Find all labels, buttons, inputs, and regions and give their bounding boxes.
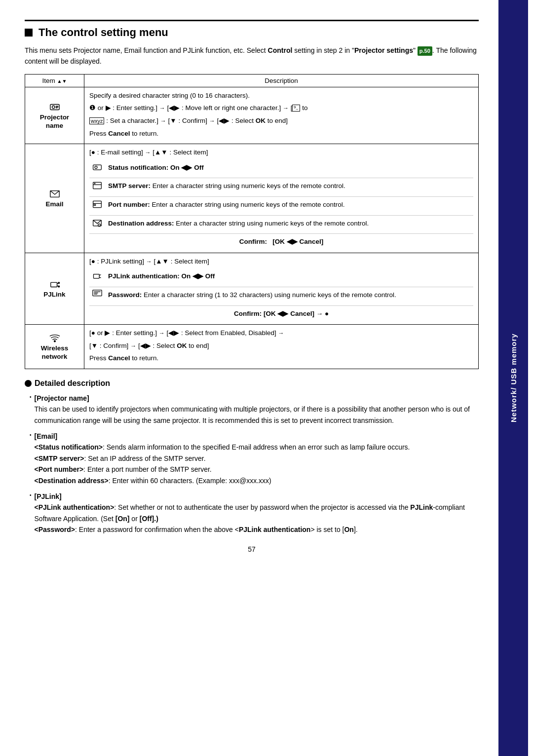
pjlink-auth-row: PJLink authentication: On ◀▶ Off: [89, 268, 473, 287]
email-bullet-title: [Email]: [35, 432, 58, 440]
svg-text:@: @: [98, 224, 100, 227]
pjlink-label: PJLink: [30, 279, 79, 298]
password-icon-cell: [89, 287, 105, 305]
page-title: The control setting menu: [38, 26, 168, 39]
port-icon: [92, 199, 102, 209]
wireless-icon: [49, 333, 60, 343]
svg-point-10: [94, 183, 95, 184]
projector-name-line2: name: [46, 122, 63, 129]
svg-rect-22: [94, 274, 100, 278]
dest-row: @ Destination address: Enter a character…: [89, 215, 473, 234]
table-row-projector: Projector name Specify a desired charact…: [25, 87, 479, 144]
svg-point-29: [54, 341, 55, 342]
wireless-item-cell: Wireless network: [25, 325, 84, 369]
email-port-desc: <Port number>: Enter a port number of th…: [35, 465, 212, 473]
pjlink-sub-table: PJLink authentication: On ◀▶ Off: [89, 268, 473, 321]
smtp-icon: [92, 181, 102, 190]
bullet-projector-name: • [Projector name] This can be used to i…: [25, 393, 479, 426]
password-text: Password: Enter a character string (1 to…: [105, 287, 473, 305]
dest-email-icon: @: [92, 218, 102, 228]
detailed-heading: Detailed description: [25, 379, 479, 388]
projector-label: Projector name: [30, 102, 79, 129]
email-smtp-desc: <SMTP server>: Set an IP address of the …: [35, 454, 206, 462]
table-row-pjlink: PJLink [● : PJLink setting] → [▲▼ : Sele…: [25, 253, 479, 324]
confirm-pjlink-cell: Confirm: [OK ◀▶ Cancel] → ●: [89, 305, 473, 321]
pjlink-main-desc: [● : PJLink setting] → [▲▼ : Select item…: [89, 256, 473, 267]
password-row: Password: Enter a character string (1 to…: [89, 287, 473, 305]
bullet-dot-2: •: [30, 432, 32, 438]
port-text: Port number: Enter a character string us…: [105, 196, 473, 215]
confirm-pjlink-row: Confirm: [OK ◀▶ Cancel] → ●: [89, 305, 473, 321]
dest-text: Destination address: Enter a character s…: [105, 215, 473, 234]
bullet-projector-name-header: • [Projector name] This can be used to i…: [30, 393, 479, 426]
arrow-right-btn: ▶: [106, 104, 111, 112]
status-notif-icon-cell: [89, 160, 105, 178]
pjlink-name: PJLink: [43, 291, 65, 298]
projector-name-bullet-title: [Projector name]: [35, 394, 89, 402]
confirm-email-row: Confirm: [OK ◀▶ Cancel]: [89, 234, 473, 250]
bullet-pjlink-content: [PJLink] <PJLink authentication>: Set wh…: [35, 491, 479, 535]
projector-desc-4: Press Cancel to return.: [89, 128, 473, 139]
smtp-row: SMTP server: Enter a character string us…: [89, 178, 473, 197]
svg-rect-13: [94, 204, 95, 206]
email-status-desc: <Status notification>: Sends alarm infor…: [35, 443, 410, 451]
bullet-pjlink-header: • [PJLink] <PJLink authentication>: Set …: [30, 491, 479, 535]
projector-small-icon: [92, 162, 102, 172]
email-name: Email: [45, 200, 63, 208]
intro-text-pre: This menu sets Projector name, Email fun…: [25, 46, 268, 54]
pjlink-auth-text: PJLink authentication: On ◀▶ Off: [105, 268, 473, 287]
email-sub-table: Status notification: On ◀▶ Off: [89, 160, 473, 250]
table-header-item: Item ▲▼: [25, 74, 84, 87]
projector-name-line1: Projector: [40, 113, 69, 121]
wireless-desc-1: [● or ▶ : Enter setting.] → [◀▶ : Select…: [89, 328, 473, 339]
intro-bold-control: Control: [268, 46, 293, 54]
bullet-projector-name-content: [Projector name] This can be used to ide…: [35, 393, 479, 426]
pjlink-icon: [49, 279, 60, 290]
intro-bold-projector: Projector settings: [354, 46, 413, 54]
intro-paragraph: This menu sets Projector name, Email fun…: [25, 45, 479, 67]
email-icon: [49, 189, 60, 199]
bullet-email-header: • [Email] <Status notification>: Sends a…: [30, 431, 479, 486]
svg-point-1: [52, 106, 55, 109]
sidebar-label: Network/ USB memory: [509, 334, 518, 423]
wireless-desc-3: Press Cancel to return.: [89, 353, 473, 364]
bullet-email: • [Email] <Status notification>: Sends a…: [25, 431, 479, 486]
projector-desc-3: wxyz : Set a character.] → [▼ : Confirm]…: [89, 115, 473, 126]
pjlink-auth-desc: <PJLink authentication>: Set whether or …: [35, 503, 465, 522]
bullet-pjlink: • [PJLink] <PJLink authentication>: Set …: [25, 491, 479, 535]
projector-desc: Specify a desired character string (0 to…: [84, 87, 479, 144]
table-header-desc: Description: [84, 74, 479, 87]
page-number: 57: [25, 545, 479, 553]
page-container: The control setting menu This menu sets …: [0, 0, 533, 756]
black-square-icon: [25, 29, 33, 37]
pjlink-desc: [● : PJLink setting] → [▲▼ : Select item…: [84, 253, 479, 324]
email-label: Email: [30, 189, 79, 208]
port-row: Port number: Enter a character string us…: [89, 196, 473, 215]
pjlink-bullet-title: [PJLink]: [35, 492, 62, 500]
wireless-name-line1: Wireless: [41, 344, 68, 352]
smtp-text: SMTP server: Enter a character string us…: [105, 178, 473, 197]
intro-text-mid: setting in step 2 in ": [292, 46, 354, 54]
email-item-cell: Email: [25, 144, 84, 253]
projector-name-desc: This can be used to identify projectors …: [35, 405, 470, 424]
pjlink-auth-icon-cell: [89, 268, 105, 287]
wireless-label: Wireless network: [30, 333, 79, 360]
svg-point-7: [95, 166, 97, 168]
circle-bracket-left: ❶: [89, 104, 96, 112]
bullet-dot-1: •: [30, 394, 32, 400]
wireless-desc-2: [▼ : Confirm] → [◀▶ : Select OK to end]: [89, 340, 473, 351]
svg-point-21: [58, 286, 59, 288]
p50-badge: p.50: [418, 46, 432, 56]
settings-table: Item ▲▼ Description: [25, 74, 479, 369]
wireless-name-line2: network: [42, 353, 68, 360]
page-number-text: 57: [248, 545, 256, 553]
bullet-dot-3: •: [30, 492, 32, 498]
status-notification-row: Status notification: On ◀▶ Off: [89, 160, 473, 178]
main-content: The control setting menu This menu sets …: [0, 0, 498, 756]
email-dest-desc: <Destination address>: Enter within 60 c…: [35, 477, 271, 485]
port-icon-cell: [89, 196, 105, 215]
smtp-icon-cell: [89, 178, 105, 197]
email-main-desc: [● : E-mail setting] → [▲▼ : Select item…: [89, 147, 473, 158]
pjlink-small-icon: [92, 271, 102, 281]
wireless-desc: [● or ▶ : Enter setting.] → [◀▶ : Select…: [84, 325, 479, 369]
